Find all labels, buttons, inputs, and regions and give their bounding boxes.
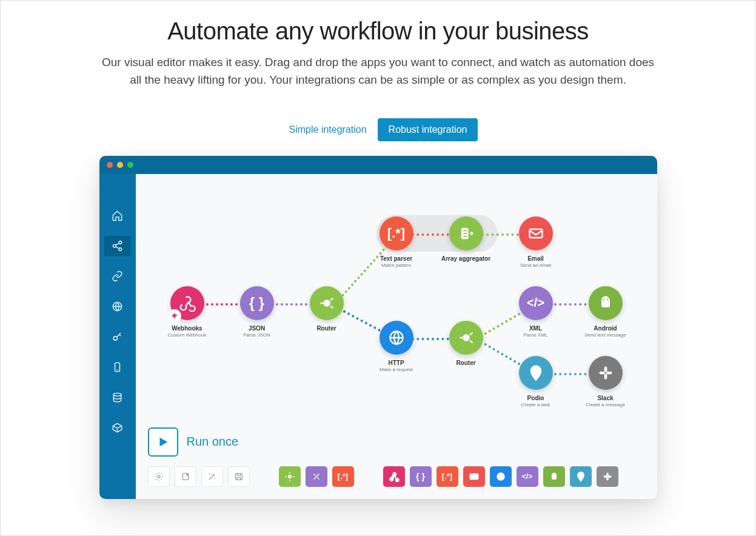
app-json-icon[interactable]: { } [410, 466, 432, 487]
svg-rect-18 [606, 372, 612, 375]
svg-point-2 [119, 248, 122, 251]
editor-bottombar: Run once [.*] { } [.*] [148, 427, 645, 487]
window-titlebar [99, 156, 657, 174]
svg-point-7 [323, 300, 330, 307]
svg-rect-28 [604, 475, 607, 477]
node-label: Array aggregator [430, 255, 503, 262]
tool-module-brackets-icon[interactable]: [.*] [332, 466, 354, 487]
node-sublabel: Send text message [569, 332, 642, 338]
app-pin-icon[interactable] [570, 466, 592, 487]
svg-rect-29 [607, 475, 610, 477]
svg-point-11 [463, 334, 470, 341]
node-label: Android [569, 325, 642, 332]
svg-point-6 [113, 394, 121, 397]
tab-robust-integration[interactable]: Robust integration [378, 118, 478, 141]
node-podio[interactable]: Podio Create a task [500, 356, 572, 407]
node-sublabel: Make a request [360, 367, 433, 372]
svg-point-22 [288, 475, 291, 478]
node-label: Router [430, 360, 503, 366]
svg-rect-15 [604, 366, 607, 372]
svg-point-19 [158, 475, 160, 478]
app-slack-icon[interactable] [597, 466, 618, 487]
app-code-icon[interactable]: </> [517, 466, 538, 487]
node-webhooks[interactable]: Webhooks Custom Webhook [151, 286, 224, 338]
window-maximize-icon[interactable] [127, 162, 133, 168]
app-mail-icon[interactable] [463, 466, 485, 487]
app-brackets-icon[interactable]: [.*] [437, 466, 458, 487]
node-label: HTTP [360, 360, 433, 366]
tool-module-gear-icon[interactable] [279, 466, 301, 487]
tool-module-tools-icon[interactable] [306, 466, 327, 487]
sidebar-share-icon[interactable] [104, 236, 131, 256]
node-label: Email [500, 255, 572, 262]
tool-settings-icon[interactable] [148, 466, 170, 487]
svg-point-0 [119, 241, 122, 244]
tab-simple-integration[interactable]: Simple integration [278, 118, 378, 141]
run-once-button[interactable] [148, 427, 178, 457]
editor-sidebar [99, 174, 136, 499]
node-email[interactable]: Email Send an email [500, 216, 572, 268]
node-slack[interactable]: Slack Create a message [569, 356, 642, 407]
node-sublabel: Match pattern [360, 263, 433, 268]
svg-rect-21 [235, 474, 242, 480]
node-sublabel: Send an email [500, 263, 572, 268]
app-android-icon[interactable] [543, 466, 565, 487]
app-webhook-icon[interactable] [383, 466, 405, 487]
page-subtitle: Our visual editor makes it easy. Drag an… [99, 53, 657, 89]
node-json[interactable]: { } JSON Parse JSON [221, 286, 293, 338]
node-array-aggregator[interactable]: Array aggregator [430, 216, 503, 262]
svg-point-1 [113, 245, 116, 248]
svg-point-14 [534, 369, 538, 373]
tool-note-icon[interactable] [175, 466, 196, 487]
integration-tabs: Simple integration Robust integration [278, 118, 478, 141]
node-text-parser[interactable]: [.*] Text parser Match pattern [360, 216, 433, 268]
node-label: Router [290, 325, 363, 332]
node-sublabel: Custom Webhook [151, 332, 224, 338]
node-sublabel: Parse XML [500, 332, 572, 338]
node-label: XML [500, 325, 572, 332]
node-router[interactable]: Router [430, 321, 503, 366]
sidebar-globe-icon[interactable] [104, 296, 131, 317]
node-android[interactable]: Android Send text message [569, 286, 642, 338]
window-close-icon[interactable] [107, 162, 113, 168]
node-label: Slack [569, 395, 642, 401]
sidebar-database-icon[interactable] [104, 387, 131, 408]
sidebar-home-icon[interactable] [104, 206, 131, 226]
node-router[interactable]: Router [290, 286, 363, 332]
svg-rect-16 [604, 374, 607, 379]
svg-point-12 [603, 299, 604, 300]
run-once-label: Run once [187, 435, 239, 449]
sidebar-key-icon[interactable] [104, 327, 131, 347]
app-globe-icon[interactable] [490, 466, 512, 487]
svg-point-13 [607, 299, 608, 300]
window-minimize-icon[interactable] [117, 162, 123, 168]
svg-point-25 [580, 474, 582, 477]
sidebar-box-icon[interactable] [104, 418, 131, 438]
svg-rect-17 [599, 372, 604, 375]
node-http[interactable]: HTTP Make a request [360, 321, 433, 372]
node-sublabel: Create a message [569, 402, 642, 407]
node-sublabel: Create a task [500, 402, 572, 407]
tool-wand-icon[interactable] [201, 466, 223, 487]
svg-point-4 [113, 337, 117, 340]
node-xml[interactable]: </> XML Parse XML [500, 286, 572, 338]
sidebar-phone-icon[interactable] [104, 357, 131, 378]
page-title: Automate any workflow in your business [167, 18, 589, 45]
sidebar-link-icon[interactable] [104, 266, 131, 287]
node-sublabel: Parse JSON [221, 332, 293, 338]
editor-window: Webhooks Custom Webhook { } JSON Parse J… [99, 156, 657, 499]
editor-canvas[interactable]: Webhooks Custom Webhook { } JSON Parse J… [136, 174, 657, 499]
node-label: Text parser [360, 255, 433, 262]
node-label: Podio [500, 395, 572, 401]
svg-rect-9 [529, 229, 542, 238]
tool-save-icon[interactable] [228, 466, 250, 487]
node-label: Webhooks [151, 325, 224, 332]
node-label: JSON [221, 325, 293, 332]
